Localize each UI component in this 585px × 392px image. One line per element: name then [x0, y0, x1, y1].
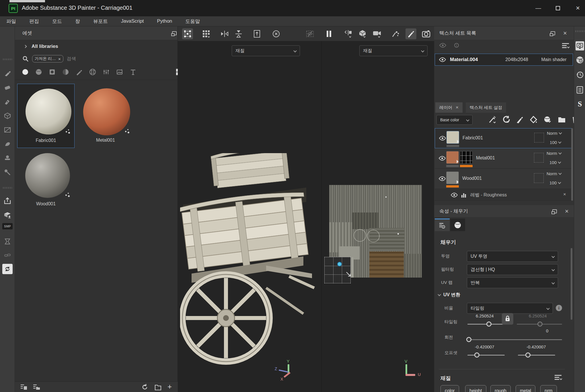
layer-row-fabric001[interactable]: Fabric001 Norm 100 [435, 128, 572, 148]
dock-drag-handle[interactable] [575, 30, 584, 32]
tab-close-icon[interactable]: × [456, 105, 459, 110]
filter-materials-icon[interactable] [22, 69, 29, 75]
layer-visibility-icon[interactable] [439, 156, 446, 161]
undock-icon[interactable] [552, 209, 557, 213]
toolbar-drag-handle-2[interactable] [3, 187, 12, 189]
channel-color-button[interactable]: color [440, 385, 459, 392]
offset-x-slider[interactable] [467, 355, 505, 356]
filter-brushes-icon[interactable] [76, 69, 83, 75]
hide-stencil-icon[interactable] [305, 28, 315, 39]
clone-stamp-tool[interactable] [2, 153, 13, 163]
eye-single-icon[interactable]: 1 [453, 43, 460, 48]
split-view-icon[interactable] [343, 28, 354, 39]
projection-tool[interactable] [2, 97, 13, 107]
viewport-2d[interactable]: 재질 V U [322, 41, 434, 392]
layer-visibility-icon[interactable] [439, 176, 446, 181]
refresh-assets-icon[interactable] [141, 383, 149, 391]
display-settings-icon[interactable] [576, 41, 584, 50]
filter-filters-icon[interactable] [62, 69, 69, 75]
info-icon[interactable]: i [556, 305, 562, 311]
undock-icon[interactable] [551, 31, 555, 35]
undock-icon[interactable] [172, 31, 177, 35]
hourglass-icon[interactable] [2, 236, 13, 247]
shader-settings-icon[interactable] [576, 56, 584, 64]
transform-gizmo-icon[interactable] [182, 28, 193, 39]
filter-smart-materials-icon[interactable] [35, 69, 42, 75]
layer-mask-slot[interactable] [534, 133, 544, 143]
rotation-snap-icon[interactable] [271, 28, 282, 39]
search-filter-tag[interactable]: 가져온 리… × [32, 55, 63, 63]
material-picker-tool[interactable] [2, 167, 13, 177]
layer-row-wood001[interactable]: Wood001 Norm 100 [435, 169, 572, 189]
smudge-tool[interactable] [2, 139, 13, 149]
gizmo-pivot-handle[interactable] [337, 262, 342, 266]
remove-effect-icon[interactable]: × [563, 192, 566, 197]
add-fill-layer-icon[interactable] [530, 116, 538, 124]
layer-row-metal001[interactable]: Metal001 Norm 100 [435, 149, 572, 169]
tab-layers[interactable]: 레이어 × [435, 102, 463, 113]
properties-scrollbar[interactable] [571, 248, 572, 320]
filter-textures-icon[interactable] [116, 69, 123, 75]
eraser-tool[interactable] [2, 82, 13, 93]
new-folder-icon[interactable] [154, 383, 162, 391]
library-selector[interactable]: All libraries [22, 44, 58, 49]
add-group-icon[interactable] [558, 116, 566, 123]
uv-transform-gizmo[interactable] [324, 257, 351, 283]
remove-filter-icon[interactable]: × [58, 56, 61, 61]
search-input[interactable]: 검색 [67, 56, 76, 62]
toolbar-drag-handle[interactable] [3, 58, 12, 60]
frame-snap-icon[interactable] [251, 28, 262, 39]
smp-badge-icon[interactable]: SMP [2, 223, 13, 229]
tiling-x-value[interactable]: 6.250524 [476, 313, 494, 318]
rotation-value[interactable]: 0 [546, 328, 548, 333]
link-icon[interactable] [2, 250, 13, 260]
resources-icon[interactable] [2, 210, 13, 220]
tab-material[interactable] [450, 219, 465, 231]
mirror-horizontal-icon[interactable] [219, 28, 230, 39]
eye-sync-icon[interactable] [439, 43, 446, 48]
material-options-icon[interactable] [554, 374, 562, 381]
layer-opacity[interactable]: 100 [550, 140, 561, 145]
filter-alphas-icon[interactable] [49, 69, 56, 75]
channel-metal-button[interactable]: metal [516, 385, 535, 392]
channel-rough-button[interactable]: rough [490, 385, 511, 392]
viewport-3d[interactable]: 재질 [178, 41, 322, 392]
layer-visibility-icon[interactable] [439, 136, 446, 141]
add-asset-icon[interactable]: + [167, 382, 172, 391]
close-panel-icon[interactable]: × [565, 208, 569, 214]
menu-python[interactable]: Python [157, 18, 172, 24]
save-asset-list-icon[interactable] [20, 384, 28, 391]
offset-y-slider[interactable] [518, 355, 555, 356]
layer-opacity[interactable]: 100 [549, 160, 561, 165]
channel-nrm-button[interactable]: nrm [540, 385, 557, 392]
menu-javascript[interactable]: JavaScript [121, 18, 144, 24]
effect-visibility-icon[interactable] [451, 193, 458, 197]
menu-mode[interactable]: 모드 [52, 18, 62, 25]
add-paint-layer-icon[interactable] [516, 116, 524, 123]
shader-display-dropdown-3d[interactable]: 재질 [232, 45, 300, 56]
minimize-button[interactable]: — [534, 4, 543, 12]
tiling-y-slider[interactable] [517, 324, 562, 325]
filter-presets-icon[interactable] [103, 69, 110, 75]
offset-y-value[interactable]: -0.420007 [526, 344, 546, 349]
log-icon[interactable] [576, 85, 584, 94]
layer-blend-mode[interactable]: Norm [547, 131, 561, 136]
filtering-dropdown[interactable]: 겹선형 | HQ [467, 264, 558, 275]
tiling-lock-button[interactable] [502, 313, 513, 325]
maximize-button[interactable] [553, 4, 562, 12]
uv-transform-section[interactable]: UV 변환 [438, 292, 460, 298]
layer-mask-slot[interactable] [534, 173, 544, 183]
tiling-mode-icon[interactable] [201, 28, 212, 39]
menu-window[interactable]: 창 [75, 18, 80, 25]
menu-file[interactable]: 파일 [6, 18, 16, 25]
shader-display-dropdown-2d[interactable]: 재질 [359, 45, 428, 56]
list-options-icon[interactable] [561, 42, 570, 49]
close-panel-icon[interactable]: × [563, 30, 567, 36]
add-effect-icon[interactable] [489, 116, 496, 124]
pause-engine-icon[interactable] [323, 28, 334, 39]
camera-view-icon[interactable] [372, 28, 383, 39]
offset-x-value[interactable]: -0.420007 [475, 344, 494, 349]
paint-mode-icon[interactable] [405, 28, 416, 39]
asset-folder-list-icon[interactable] [33, 384, 40, 391]
layer-blend-mode[interactable]: Norm [547, 151, 561, 156]
